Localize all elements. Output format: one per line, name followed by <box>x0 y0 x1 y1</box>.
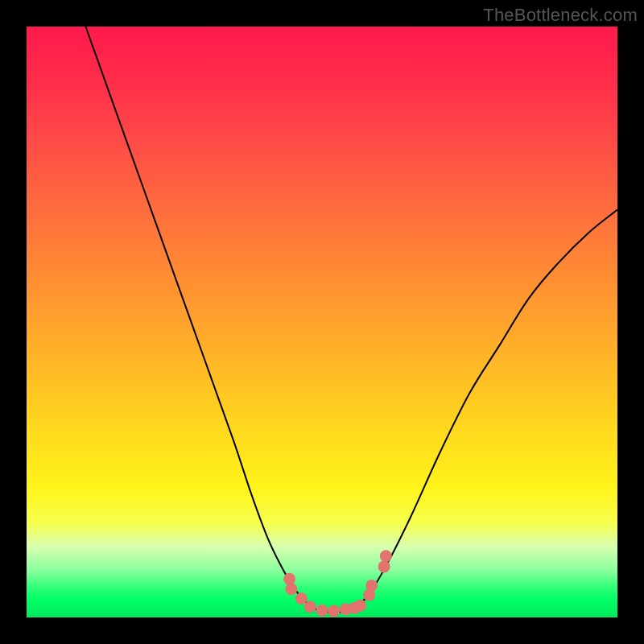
data-marker <box>380 550 392 562</box>
data-marker <box>285 583 297 595</box>
data-marker <box>316 605 328 617</box>
plot-area <box>27 27 617 617</box>
attribution-text: TheBottleneck.com <box>483 5 638 26</box>
marker-group <box>283 550 392 617</box>
data-marker <box>354 600 366 612</box>
bottleneck-curve <box>85 27 617 612</box>
data-marker <box>295 592 308 605</box>
data-marker <box>378 560 390 572</box>
data-marker <box>365 580 378 592</box>
chart-svg <box>27 27 617 617</box>
chart-frame: TheBottleneck.com <box>0 0 644 644</box>
data-marker <box>283 573 295 585</box>
data-marker <box>304 601 316 613</box>
data-marker <box>328 605 340 617</box>
